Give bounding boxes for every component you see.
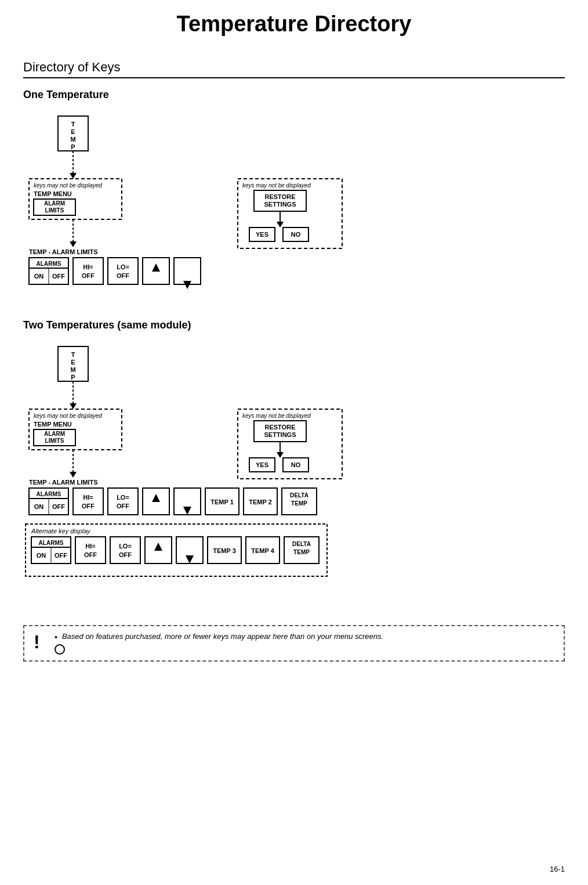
svg-text:HI=: HI= (83, 263, 93, 270)
svg-text:M: M (70, 366, 75, 373)
svg-text:YES: YES (256, 461, 268, 468)
svg-text:OFF: OFF (55, 552, 67, 559)
svg-text:ON: ON (34, 503, 44, 510)
one-temp-diagram: T E M P keys may not be displayed TEMP M… (23, 110, 574, 296)
svg-marker-49 (70, 403, 77, 409)
svg-text:TEMP - ALARM LIMITS: TEMP - ALARM LIMITS (29, 479, 98, 486)
svg-text:TEMP MENU: TEMP MENU (34, 421, 72, 428)
svg-text:LIMITS: LIMITS (45, 438, 64, 444)
svg-text:OFF: OFF (52, 503, 65, 510)
svg-marker-68 (70, 472, 77, 478)
svg-text:M: M (70, 136, 75, 143)
svg-rect-79 (108, 488, 138, 515)
page-number: 16-1 (550, 865, 565, 873)
svg-text:OFF: OFF (82, 272, 95, 279)
svg-text:ALARMS: ALARMS (39, 540, 64, 546)
svg-marker-25 (70, 241, 77, 247)
svg-text:NO: NO (291, 231, 301, 238)
svg-text:TEMP - ALARM LIMITS: TEMP - ALARM LIMITS (29, 248, 98, 255)
svg-text:E: E (71, 359, 75, 366)
svg-text:DELTA: DELTA (292, 541, 311, 547)
svg-text:E: E (71, 128, 75, 135)
svg-text:OFF: OFF (119, 551, 132, 558)
svg-text:ALARM: ALARM (44, 200, 65, 207)
svg-text:ALARMS: ALARMS (37, 491, 61, 497)
svg-text:keys may not be displayed: keys may not be displayed (242, 182, 311, 189)
svg-text:T: T (71, 351, 75, 358)
svg-text:TEMP MENU: TEMP MENU (34, 190, 72, 197)
svg-text:P: P (71, 374, 75, 381)
note-text: Based on features purchased, more or few… (62, 632, 383, 641)
svg-text:P: P (71, 143, 75, 150)
svg-text:YES: YES (256, 231, 268, 238)
svg-text:RESTORE: RESTORE (265, 193, 296, 200)
svg-rect-101 (75, 537, 106, 563)
page-title: Temperature Directory (23, 12, 565, 42)
svg-text:TEMP 1: TEMP 1 (210, 499, 234, 505)
one-temperature-section: One Temperature T E M P keys may not be … (23, 89, 565, 296)
section-title: Directory of Keys (23, 60, 565, 78)
two-temp-diagram: T E M P keys may not be displayed TEMP M… (23, 341, 574, 608)
svg-text:TEMP 4: TEMP 4 (251, 547, 274, 554)
svg-rect-41 (174, 258, 201, 284)
svg-rect-33 (73, 258, 103, 284)
svg-text:Alternate key display: Alternate key display (31, 528, 91, 534)
svg-rect-36 (108, 258, 138, 284)
svg-marker-6 (70, 173, 77, 179)
svg-text:LIMITS: LIMITS (45, 207, 64, 214)
svg-rect-76 (73, 488, 103, 515)
svg-text:LO=: LO= (117, 494, 129, 501)
svg-text:OFF: OFF (52, 273, 65, 280)
svg-text:HI=: HI= (83, 494, 93, 501)
svg-text:ALARM: ALARM (44, 431, 65, 437)
svg-text:LO=: LO= (117, 263, 129, 270)
svg-text:T: T (71, 121, 75, 128)
svg-text:TEMP: TEMP (291, 500, 307, 507)
two-temp-subtitle: Two Temperatures (same module) (23, 319, 565, 331)
svg-text:SETTINGS: SETTINGS (264, 201, 296, 208)
note-section: ! • Based on features purchased, more or… (23, 625, 565, 662)
svg-text:ALARMS: ALARMS (37, 261, 61, 267)
svg-text:keys may not be displayed: keys may not be displayed (34, 413, 102, 419)
svg-text:ON: ON (37, 552, 46, 559)
svg-text:NO: NO (291, 461, 301, 468)
svg-text:TEMP 2: TEMP 2 (249, 499, 272, 505)
svg-text:keys may not be displayed: keys may not be displayed (242, 413, 311, 419)
svg-text:OFF: OFF (84, 551, 97, 558)
svg-text:LO=: LO= (119, 543, 132, 550)
svg-text:SETTINGS: SETTINGS (264, 431, 296, 438)
svg-text:keys may not be displayed: keys may not be displayed (34, 182, 102, 189)
svg-text:OFF: OFF (82, 503, 95, 510)
note-icon: ! (34, 632, 48, 652)
svg-text:RESTORE: RESTORE (265, 424, 296, 431)
svg-text:HI=: HI= (85, 543, 95, 550)
two-temperature-section: Two Temperatures (same module) T E M P k… (23, 319, 565, 608)
svg-text:TEMP: TEMP (293, 549, 310, 555)
note-bullet: • (55, 633, 57, 642)
one-temp-subtitle: One Temperature (23, 89, 565, 101)
svg-text:OFF: OFF (117, 503, 129, 510)
svg-text:ON: ON (34, 273, 44, 280)
svg-text:OFF: OFF (117, 272, 129, 279)
svg-text:DELTA: DELTA (290, 492, 308, 499)
svg-rect-104 (110, 537, 140, 563)
svg-text:TEMP 3: TEMP 3 (213, 547, 236, 554)
